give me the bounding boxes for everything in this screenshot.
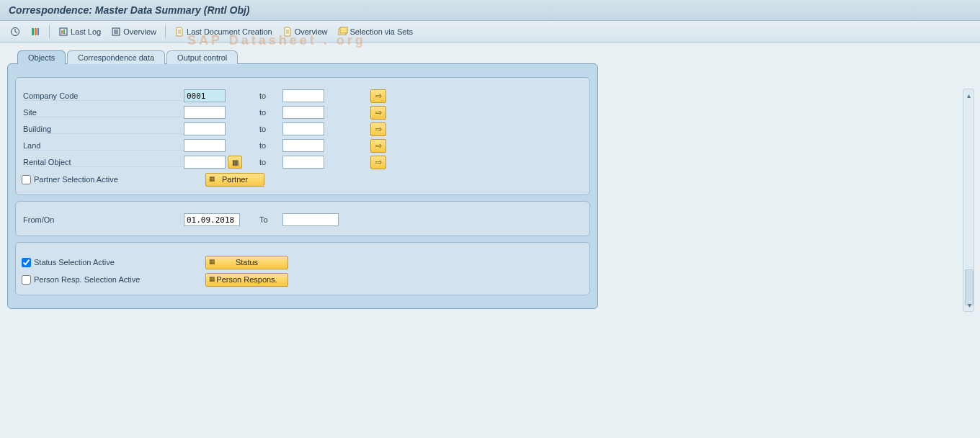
tab-correspondence-data[interactable]: Correspondence data (67, 50, 165, 64)
person-respons-button-label: Person Respons. (216, 275, 277, 284)
partner-selection-active-label: Partner Selection Active (34, 175, 118, 184)
last-doc-creation-label: Last Document Creation (187, 27, 272, 36)
tabstrip: Objects Correspondence data Output contr… (17, 50, 958, 63)
status-selection-active-checkbox[interactable] (22, 258, 31, 267)
expand-icon: ▦ (209, 175, 215, 182)
company-code-to-input[interactable] (282, 89, 324, 102)
land-range-button[interactable]: ⇨ (370, 139, 386, 153)
document-icon (282, 27, 293, 37)
to-input[interactable] (282, 213, 339, 226)
arrow-right-icon: ⇨ (375, 108, 382, 117)
company-code-label: Company Code (22, 91, 184, 101)
overview1-label: Overview (123, 27, 156, 36)
selection-group: Company Code to ⇨ Site to ⇨ Building to (15, 77, 590, 195)
sets-icon (338, 27, 348, 37)
last-log-label: Last Log (71, 27, 101, 36)
variant-small-icon (58, 27, 68, 37)
separator (165, 25, 166, 38)
separator (49, 25, 50, 38)
overview1-button[interactable]: Overview (108, 25, 159, 38)
expand-icon: ▦ (209, 275, 215, 282)
status-group: Status Selection Active ▦ Status Person … (15, 242, 590, 295)
clock-execute-icon (10, 27, 20, 37)
company-code-to-label: to (259, 91, 282, 100)
building-label: Building (22, 125, 184, 134)
scroll-down-button[interactable]: ▾ (964, 300, 974, 310)
last-log-button[interactable]: Last Log (55, 25, 104, 38)
from-on-label: From/On (22, 215, 184, 224)
selection-via-sets-button[interactable]: Selection via Sets (335, 25, 416, 38)
rental-object-range-button[interactable]: ⇨ (370, 156, 386, 169)
rental-object-to-input[interactable] (282, 156, 324, 169)
site-to-input[interactable] (282, 106, 324, 119)
last-doc-creation-button[interactable]: Last Document Creation (172, 25, 275, 38)
partner-button-label: Partner (222, 175, 248, 184)
status-button[interactable]: ▦ Status (205, 256, 288, 269)
svg-rect-1 (32, 28, 34, 35)
person-respons-button[interactable]: ▦ Person Respons. (205, 273, 288, 287)
site-label: Site (22, 108, 184, 117)
building-to-input[interactable] (282, 122, 324, 135)
site-from-input[interactable] (184, 106, 226, 119)
expand-icon: ▦ (209, 258, 215, 265)
tab-output-control[interactable]: Output control (166, 50, 238, 64)
objects-panel: Company Code to ⇨ Site to ⇨ Building to (7, 63, 598, 309)
execute-button[interactable] (7, 25, 23, 38)
svg-rect-3 (37, 28, 39, 35)
toolbar: Last Log Overview Last Document Creation… (0, 21, 980, 43)
arrow-right-icon: ⇨ (375, 125, 382, 134)
expand-icon: ▦ (232, 158, 239, 166)
person-resp-selection-active-checkbox[interactable] (22, 275, 31, 285)
arrow-right-icon: ⇨ (375, 158, 382, 167)
date-group: From/On To (15, 201, 590, 236)
from-on-input[interactable] (184, 213, 240, 226)
rental-object-from-input[interactable] (184, 156, 226, 169)
site-to-label: to (259, 108, 282, 117)
arrow-right-icon: ⇨ (375, 91, 382, 101)
overview2-label: Overview (295, 27, 328, 36)
partner-button[interactable]: ▦ Partner (205, 173, 264, 187)
company-code-range-button[interactable]: ⇨ (370, 89, 386, 103)
partner-selection-active-checkbox[interactable] (22, 175, 31, 184)
document-icon (174, 27, 184, 37)
company-code-from-input[interactable] (184, 89, 226, 102)
land-to-input[interactable] (282, 139, 324, 152)
arrow-right-icon: ⇨ (375, 141, 382, 151)
scroll-up-button[interactable]: ▴ (963, 90, 974, 100)
land-label: Land (22, 141, 184, 151)
rental-object-to-label: to (259, 158, 282, 166)
building-from-input[interactable] (184, 122, 226, 135)
rental-object-detail-button[interactable]: ▦ (228, 156, 242, 169)
page-title: Correspondence: Master Data Summary (Rnt… (0, 0, 980, 21)
building-to-label: to (259, 125, 282, 133)
svg-rect-5 (61, 30, 63, 34)
status-selection-active-label: Status Selection Active (34, 258, 115, 267)
person-resp-selection-active-label: Person Resp. Selection Active (34, 275, 140, 284)
status-button-label: Status (236, 258, 258, 267)
site-range-button[interactable]: ⇨ (370, 106, 386, 120)
overview2-button[interactable]: Overview (280, 25, 331, 38)
svg-rect-2 (35, 28, 37, 35)
building-range-button[interactable]: ⇨ (370, 122, 386, 136)
variant-button[interactable] (27, 25, 43, 38)
tab-objects[interactable]: Objects (17, 50, 66, 64)
vertical-scrollbar[interactable]: ▴ ▾ (963, 89, 974, 312)
rental-object-label: Rental Object (22, 158, 184, 167)
variant-icon (30, 27, 40, 37)
land-to-label: to (259, 141, 282, 150)
svg-rect-9 (340, 27, 347, 33)
selection-via-sets-label: Selection via Sets (350, 27, 413, 36)
overview-icon (111, 27, 121, 37)
to-label: To (259, 215, 282, 224)
svg-rect-6 (63, 30, 65, 34)
land-from-input[interactable] (184, 139, 226, 152)
